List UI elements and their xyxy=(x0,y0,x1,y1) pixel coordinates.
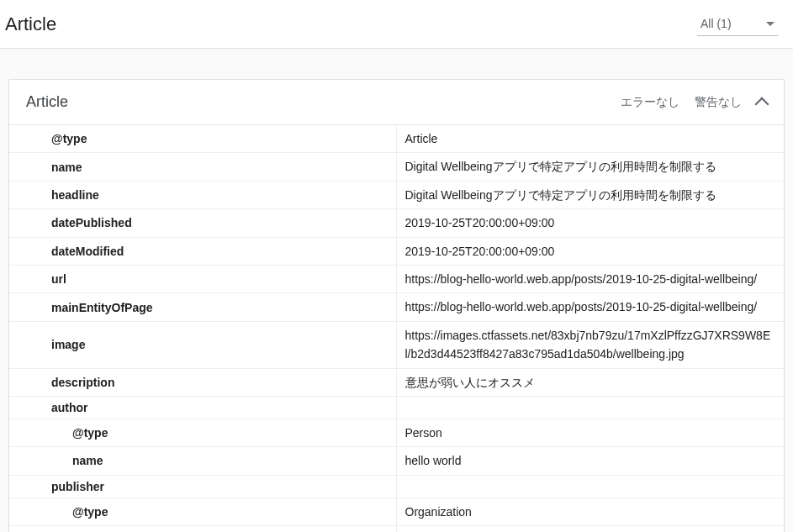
prop-val: hello world xyxy=(397,447,785,474)
prop-val: https://blog-hello-world.web.app/posts/2… xyxy=(397,293,785,320)
caret-down-icon xyxy=(766,22,774,26)
prop-key: name xyxy=(9,526,397,532)
prop-val: 2019-10-25T20:00:00+09:00 xyxy=(397,209,785,236)
table-row: headlineDigital Wellbeingアプリで特定アプリの利用時間を… xyxy=(9,181,784,208)
prop-val: 意思が弱い人にオススメ xyxy=(397,369,785,396)
prop-key: mainEntityOfPage xyxy=(9,293,397,320)
status-chips: エラーなし 警告なし xyxy=(621,95,767,110)
prop-key: headline xyxy=(9,182,397,208)
no-warnings-chip: 警告なし xyxy=(695,95,742,110)
table-row: mainEntityOfPagehttps://blog-hello-world… xyxy=(9,292,784,320)
table-row: imagehttps://images.ctfassets.net/83xbj7… xyxy=(9,321,784,368)
table-row: dateModified2019-10-25T20:00:00+09:00 xyxy=(9,237,784,265)
prop-key: @type xyxy=(9,498,397,525)
page-header: Article All (1) xyxy=(0,0,793,49)
prop-val: https://blog-hello-world.web.app/posts/2… xyxy=(397,266,785,292)
content-area: Article エラーなし 警告なし @typeArticle nameDigi… xyxy=(0,49,793,532)
prop-val: Article xyxy=(397,125,785,152)
card-title: Article xyxy=(26,93,621,111)
table-row: description意思が弱い人にオススメ xyxy=(9,368,784,396)
prop-val xyxy=(397,397,785,419)
page-title: Article xyxy=(5,13,56,35)
prop-key: name xyxy=(9,153,397,180)
prop-val: Digital Wellbeingアプリで特定アプリの利用時間を制限する xyxy=(397,153,785,180)
chevron-up-icon xyxy=(755,97,769,111)
filter-dropdown[interactable]: All (1) xyxy=(697,12,778,36)
prop-val: Organization xyxy=(397,498,785,525)
article-card: Article エラーなし 警告なし @typeArticle nameDigi… xyxy=(8,79,785,532)
prop-key: description xyxy=(9,369,397,396)
table-row: nameDigital Wellbeingアプリで特定アプリの利用時間を制限する xyxy=(9,152,784,180)
properties-table: @typeArticle nameDigital Wellbeingアプリで特定… xyxy=(9,125,784,532)
table-row: urlhttps://blog-hello-world.web.app/post… xyxy=(9,265,784,292)
table-row: datePublished2019-10-25T20:00:00+09:00 xyxy=(9,208,784,236)
table-row: namehello world xyxy=(9,446,784,474)
no-errors-chip: エラーなし xyxy=(621,95,679,110)
prop-key: @type xyxy=(9,419,397,446)
card-header[interactable]: Article エラーなし 警告なし xyxy=(9,80,784,125)
table-row: publisher xyxy=(9,475,784,498)
prop-val: 2019-10-25T20:00:00+09:00 xyxy=(397,238,785,265)
table-row: @typeArticle xyxy=(9,125,784,152)
prop-val: Sunday morning xyxy=(397,526,785,532)
prop-val: https://images.ctfassets.net/83xbj7nb79z… xyxy=(397,322,785,368)
table-row: @typePerson xyxy=(9,419,784,446)
filter-label: All (1) xyxy=(700,17,732,30)
prop-val: Person xyxy=(397,419,785,446)
table-row: author xyxy=(9,396,784,419)
prop-key: author xyxy=(9,397,397,419)
prop-key: @type xyxy=(9,125,397,152)
prop-key: dateModified xyxy=(9,238,397,265)
prop-key: url xyxy=(9,266,397,292)
prop-val: Digital Wellbeingアプリで特定アプリの利用時間を制限する xyxy=(397,182,785,208)
prop-key: name xyxy=(9,447,397,474)
prop-val xyxy=(397,476,785,498)
prop-key: publisher xyxy=(9,476,397,498)
table-row: @typeOrganization xyxy=(9,498,784,525)
table-row: nameSunday morning xyxy=(9,525,784,532)
prop-key: image xyxy=(9,322,397,368)
prop-key: datePublished xyxy=(9,209,397,236)
